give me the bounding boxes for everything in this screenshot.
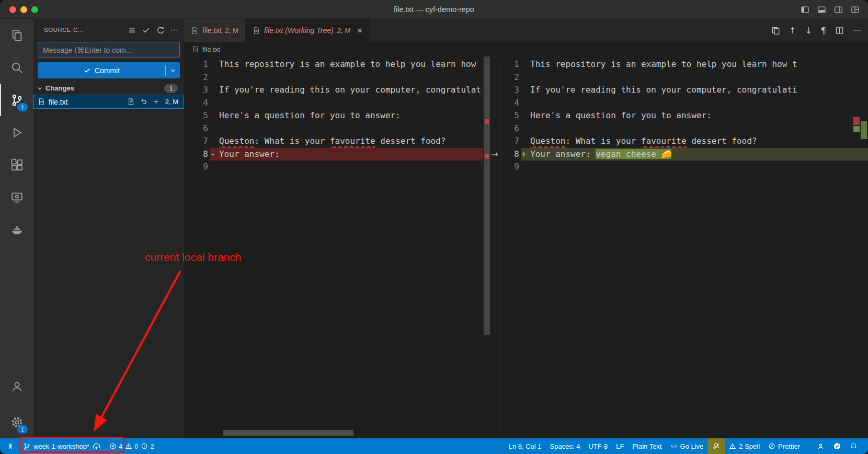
tab-label: file.txt (Working Tree) — [264, 26, 334, 35]
traffic-lights — [9, 0, 38, 19]
code-line[interactable]: 9 — [500, 161, 868, 174]
more-actions-icon[interactable] — [853, 26, 862, 35]
go-live-label: Go Live — [680, 442, 704, 450]
code-line[interactable]: 9 — [184, 161, 483, 174]
code-line[interactable]: 4 — [500, 97, 868, 110]
line-number: 3 — [184, 84, 210, 97]
commit-button-label: Commit — [95, 66, 120, 75]
customize-layout-icon[interactable] — [851, 5, 860, 14]
open-changes-icon[interactable] — [771, 26, 780, 35]
code-line[interactable]: 6 — [184, 122, 483, 135]
close-tab-icon[interactable]: × — [357, 26, 362, 35]
search-icon — [10, 61, 24, 74]
line-number: 1 — [500, 58, 521, 71]
code-line[interactable]: 4 — [184, 97, 483, 110]
breadcrumb-item-file[interactable]: file.txt — [202, 46, 220, 53]
revert-change-arrow-icon[interactable]: → — [488, 147, 501, 161]
code-line[interactable]: 7Queston: What is your favourite dessert… — [500, 135, 868, 148]
view-as-list-icon[interactable] — [128, 26, 136, 35]
sidebar-item-remote-explorer[interactable] — [0, 181, 33, 213]
diff-marker — [210, 161, 219, 174]
code-text: If you're reading this on your computer,… — [219, 84, 481, 97]
settings-button[interactable]: 1 — [0, 406, 33, 438]
ruler-added-mark — [853, 126, 860, 132]
code-line[interactable]: 3If you're reading this on your computer… — [184, 84, 483, 97]
editor-group: file.txt 2, M file.txt (Working Tree) 2,… — [184, 19, 868, 438]
sidebar-item-docker[interactable] — [0, 213, 33, 246]
code-line[interactable]: 1This repository is an example to help y… — [500, 58, 868, 71]
problems-button[interactable]: 4 0 2 — [105, 438, 158, 454]
close-window-button[interactable] — [9, 6, 16, 13]
line-number: 5 — [500, 109, 521, 122]
diff-original-pane[interactable]: 1This repository is an example to help y… — [184, 56, 483, 438]
feedback-button[interactable] — [813, 438, 829, 454]
encoding-button[interactable]: UTF-8 — [584, 438, 612, 454]
commit-check-icon[interactable] — [142, 26, 151, 35]
code-line[interactable]: 3If you're reading this on your computer… — [500, 84, 868, 97]
diff-marker — [521, 58, 530, 71]
toggle-whitespace-icon[interactable]: ¶ — [821, 26, 826, 36]
previous-change-icon[interactable]: ↑ — [789, 26, 796, 36]
cursor-position-button[interactable]: Ln 8, Col 1 — [505, 438, 546, 454]
changed-file-row[interactable]: file.txt 2, M — [33, 95, 184, 109]
sidebar-item-explorer[interactable] — [0, 19, 33, 51]
split-editor-icon[interactable] — [835, 26, 844, 35]
zoom-window-button[interactable] — [31, 6, 38, 13]
tab-file-txt[interactable]: file.txt 2, M — [184, 19, 246, 42]
toggle-panel-icon[interactable] — [817, 5, 826, 14]
refresh-icon[interactable] — [156, 26, 165, 35]
code-line[interactable]: 2 — [184, 71, 483, 84]
more-actions-icon[interactable] — [170, 26, 179, 35]
overview-removed-mark — [485, 119, 489, 124]
code-line[interactable]: 2 — [500, 71, 868, 84]
code-line[interactable]: 8+Your answer: vegan cheese 🧀 — [500, 148, 868, 161]
code-line[interactable]: 5Here's a question for you to answer: — [500, 109, 868, 122]
sidebar-item-source-control[interactable]: 1 — [0, 84, 33, 116]
indentation-button[interactable]: Spaces: 4 — [546, 438, 585, 454]
tab-file-txt-working-tree[interactable]: file.txt (Working Tree) 2, M × — [246, 19, 370, 42]
commit-dropdown-button[interactable] — [166, 62, 180, 78]
commit-button[interactable]: Commit — [38, 62, 180, 78]
eol-button[interactable]: LF — [612, 438, 628, 454]
sidebar-item-run-debug[interactable] — [0, 116, 33, 149]
code-text: If you're reading this on your computer,… — [530, 84, 797, 97]
code-line[interactable]: 5Here's a question for you to answer: — [184, 109, 483, 122]
notifications-button[interactable] — [846, 438, 862, 454]
line-number: 3 — [500, 84, 521, 97]
status-check-button[interactable] — [829, 438, 846, 454]
language-mode-button[interactable]: Plain Text — [628, 438, 666, 454]
prettier-label: Prettier — [778, 442, 800, 450]
code-line[interactable]: 1This repository is an example to help y… — [184, 58, 483, 71]
branch-button[interactable]: week-1-workshop* — [19, 438, 105, 454]
code-line[interactable]: 7Queston: What is your favourite dessert… — [184, 135, 483, 148]
toggle-primary-sidebar-icon[interactable] — [801, 5, 809, 14]
sidebar-item-search[interactable] — [0, 51, 33, 84]
spell-checker-button[interactable]: 2 Spell — [725, 438, 764, 454]
accounts-button[interactable] — [0, 370, 33, 406]
publish-changes-icon — [92, 442, 101, 451]
code-line[interactable]: 8-Your answer: — [184, 148, 483, 161]
line-number: 1 — [184, 58, 210, 71]
horizontal-scrollbar[interactable] — [223, 430, 353, 436]
notifications-muted-button[interactable] — [707, 438, 725, 454]
next-change-icon[interactable]: ↓ — [805, 26, 812, 36]
toggle-secondary-sidebar-icon[interactable] — [834, 5, 843, 14]
changes-section-header[interactable]: Changes 1 — [33, 82, 184, 95]
line-number: 4 — [500, 97, 521, 110]
diff-modified-pane[interactable]: 1This repository is an example to help y… — [500, 56, 868, 438]
go-live-button[interactable]: Go Live — [666, 438, 708, 454]
scrollbar-slider[interactable] — [484, 56, 490, 335]
left-pane-scrollbar[interactable] — [483, 56, 490, 438]
indentation: Spaces: 4 — [550, 442, 580, 450]
stage-changes-icon[interactable] — [152, 98, 160, 106]
remote-indicator-button[interactable] — [2, 438, 19, 454]
sidebar-item-extensions[interactable] — [0, 149, 33, 181]
code-line[interactable]: 6 — [500, 122, 868, 135]
commit-message-input[interactable] — [38, 42, 180, 58]
discard-changes-icon[interactable] — [140, 98, 147, 106]
prettier-button[interactable]: Prettier — [764, 438, 804, 454]
files-icon — [10, 29, 24, 42]
status-bar: week-1-workshop* 4 0 2 Ln 8, Col 1 — [0, 438, 868, 454]
minimize-window-button[interactable] — [20, 6, 27, 13]
open-file-icon[interactable] — [127, 98, 135, 106]
